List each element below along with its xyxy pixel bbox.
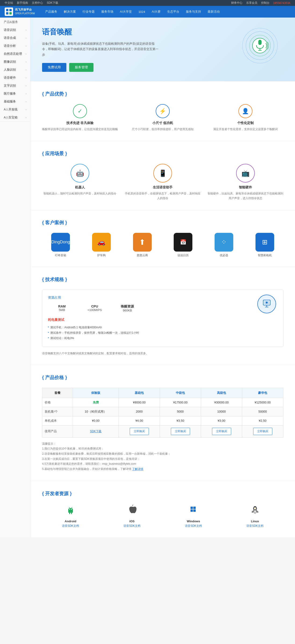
metric-value-1: <100MIPS	[81, 308, 109, 312]
docs-link[interactable]: 文档中心	[32, 1, 43, 5]
pricing-header-2: 基础包	[119, 388, 160, 398]
svg-rect-22	[191, 510, 193, 512]
sidebar-item-speech-analysis[interactable]: 语音分析 ›	[0, 42, 30, 50]
guide-link[interactable]: 新手指南	[17, 1, 28, 5]
tech-box: 资源占用 RAM 5MB CPU <100MIPS 唤醒资源 960KB	[42, 290, 283, 347]
chevron-icon-7: ›	[26, 84, 26, 87]
scenario-desc-0: 智能机器人，随时可以检测到用户声音，及时响应人的指令	[42, 192, 118, 196]
top-bar-right: 财务中心 乐享会员 控制台 18556743534	[231, 1, 290, 5]
dev-link-android[interactable]: 语音SDK文档	[42, 524, 99, 528]
svg-point-15	[266, 302, 268, 304]
price-note-2: 2.语音唤醒服务结算按装机量收费，购买后即按照相应数量的授权，应用一台新终端，消…	[42, 452, 283, 456]
nav-market[interactable]: 服务市场	[98, 6, 117, 18]
learn-more-link[interactable]: 了解详情	[132, 467, 143, 470]
nav-ai-contest[interactable]: AI大赛	[148, 6, 164, 18]
customer-logo-1: 🚗	[92, 233, 111, 252]
sidebar-item-face-recognition[interactable]: 人脸识别 ›	[0, 66, 30, 74]
sdk-link[interactable]: SDK下载	[47, 1, 58, 5]
sidebar-item-basic[interactable]: 基础服务 ›	[0, 98, 30, 106]
sidebar-item-voice-hardware[interactable]: 语音硬件 ›	[0, 74, 30, 82]
chevron-icon-10: ›	[26, 108, 26, 111]
chevron-icon-2: ›	[26, 45, 26, 47]
pricing-row-label-0: 价格	[42, 398, 73, 407]
pricing-price-4: ¥125000.00	[242, 398, 283, 407]
sidebar-item-ai-dev[interactable]: A.I.开发线 ›	[0, 106, 30, 114]
svg-point-28	[254, 507, 255, 508]
buy-button-4[interactable]: 立即购买	[253, 428, 272, 435]
customer-name-3: 说说日历	[165, 254, 202, 258]
sdk-download-link[interactable]: SDK下载	[90, 430, 101, 433]
nav-solution[interactable]: 解决方案	[60, 6, 79, 18]
dev-link-ios[interactable]: 语音SDK文档	[104, 524, 160, 528]
sidebar-item-medical[interactable]: 医疗服务 ›	[0, 90, 30, 98]
nav-industry[interactable]: 行业专题	[79, 6, 98, 18]
sidebar-section-product: 产品&服务 语音识别 › 语音合成 › 语音分析 › 自然语言处理 › 图像识别…	[0, 18, 30, 122]
dev-resources-section: 开发者资源 Android 语音SDK文档	[30, 481, 295, 537]
metric-2: 唤醒资源 960KB	[113, 304, 141, 312]
free-trial-button[interactable]: 免费试用	[42, 63, 66, 72]
scenario-desc-1: 手机里的语音助手，在锁屏状态下，检测用户声音，及时响应人的指令	[125, 192, 201, 200]
svg-point-29	[256, 507, 256, 508]
svg-rect-23	[193, 510, 196, 512]
power-item-2: 测试结论：耗电3%	[48, 336, 278, 341]
customer-item-1: 🚗 护车狗	[83, 233, 120, 258]
sidebar-item-speech-synthesis[interactable]: 语音合成 ›	[0, 34, 30, 42]
feature-icon-1: ⚡	[156, 104, 170, 118]
feature-desc-0: 唤醒率识别率已经达到业内标准，让信息沟通交传送无比顺畅	[42, 127, 118, 132]
nav-product[interactable]: 产品服务	[42, 6, 60, 18]
pricing-action-1: 立即购买	[119, 425, 160, 437]
hero-description: 设备(手机、玩具、家电等)在休眠或锁屏状态下也能检测到用户的声音(设定的语音指令…	[42, 41, 159, 57]
pricing-install-1: 2000	[119, 407, 160, 416]
chevron-icon-6: ›	[26, 76, 26, 79]
advantages-title: 产品优势	[42, 91, 283, 97]
lang-switch[interactable]: 中文站	[5, 1, 13, 5]
buy-button-3[interactable]: 立即购买	[212, 428, 231, 435]
pricing-header-5: 豪华包	[242, 388, 283, 398]
sidebar-item-ai-treasure[interactable]: A.I.百宝箱 ›	[0, 114, 30, 122]
finance-link[interactable]: 财务中心	[231, 1, 242, 5]
member-link[interactable]: 乐享会员	[246, 1, 257, 5]
ios-icon	[104, 504, 160, 518]
pricing-row-label-1: 装机量/个	[42, 407, 73, 416]
pricing-action-2: 立即购买	[160, 425, 201, 437]
nav-1024[interactable]: 1024	[135, 6, 148, 18]
tech-box-title: 资源占用	[48, 296, 278, 300]
logo[interactable]: 讯飞开放平台OPEN PLATFORM	[5, 8, 35, 16]
customer-item-2: ⬆ 悠悠云商	[124, 233, 161, 258]
service-manage-button[interactable]: 服务管理	[69, 63, 93, 72]
buy-button-2[interactable]: 立即购买	[171, 428, 190, 435]
tech-graphic	[257, 294, 276, 313]
svg-rect-1	[9, 9, 12, 11]
features-grid: ✓ 技术先进 非凡体验 唤醒率识别率已经达到业内标准，让信息沟通交传送无比顺畅 …	[42, 104, 283, 132]
nav-ecosystem[interactable]: 生态平台	[164, 6, 183, 18]
chevron-icon-5: ›	[26, 68, 26, 71]
main-content: 语音唤醒 设备(手机、玩具、家电等)在休眠或锁屏状态下也能检测到用户的声音(设定…	[30, 18, 295, 537]
hero-section: 语音唤醒 设备(手机、玩具、家电等)在休眠或锁屏状态下也能检测到用户的声音(设定…	[30, 18, 295, 81]
control-link[interactable]: 控制台	[261, 1, 270, 5]
sidebar-item-speech-recognition[interactable]: 语音识别 ›	[0, 26, 30, 34]
pricing-section: 产品价格 套餐 体验版 基础包 中级包 高级包 豪华包 价格	[30, 365, 295, 481]
svg-rect-20	[191, 507, 193, 509]
sidebar-item-image-recognition[interactable]: 图像识别 ›	[0, 58, 30, 66]
linux-icon	[227, 504, 283, 518]
sidebar-item-text-recognition[interactable]: 文字识别 ›	[0, 82, 30, 90]
svg-point-16	[69, 509, 70, 510]
pricing-action-0[interactable]: SDK下载	[73, 425, 118, 437]
nav-ai-university[interactable]: AI大学堂	[117, 6, 135, 18]
power-title: 耗电量测试	[48, 318, 278, 322]
nav-support[interactable]: 服务与支持	[183, 6, 204, 18]
svg-rect-21	[193, 507, 196, 509]
dev-link-windows[interactable]: 语音SDK文档	[165, 524, 222, 528]
feature-title-1: 小尺寸 低功耗	[125, 121, 201, 125]
chevron-icon-9: ›	[26, 100, 26, 103]
dev-item-android: Android 语音SDK文档	[42, 504, 99, 528]
dev-link-linux[interactable]: 语音SDK文档	[227, 524, 283, 528]
sidebar-item-nlp[interactable]: 自然语言处理 ›	[0, 50, 30, 58]
nav-activities[interactable]: 最新活动	[204, 6, 223, 18]
svg-rect-8	[258, 40, 262, 45]
buy-button-1[interactable]: 立即购买	[130, 428, 149, 435]
nav-items: 产品服务 解决方案 行业专题 服务市场 AI大学堂 1024 AI大赛 生态平台…	[42, 6, 223, 18]
svg-rect-0	[6, 9, 8, 11]
pricing-price-2: ¥17500.00	[160, 398, 201, 407]
feature-icon-2: 👤	[239, 104, 253, 118]
